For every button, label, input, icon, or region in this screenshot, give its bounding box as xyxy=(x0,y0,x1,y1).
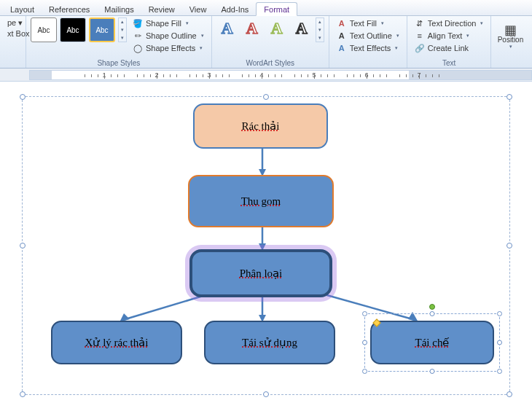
resize-handle-s[interactable] xyxy=(263,391,269,397)
group-partial-left: pe ▾ xt Box xyxy=(0,16,26,68)
tab-review[interactable]: Review xyxy=(141,3,182,15)
text-direction-icon: ⇵ xyxy=(415,18,425,28)
resize-handle-se[interactable] xyxy=(506,391,512,397)
chevron-down-icon: ▾ xyxy=(509,44,512,50)
ruler-area: 1234567 xyxy=(0,69,532,82)
shape-handle-ne[interactable] xyxy=(497,311,502,316)
position-button[interactable]: ▦Position▾ xyxy=(496,17,525,57)
shape-handle-sw[interactable] xyxy=(362,369,367,374)
position-label: Position xyxy=(498,36,524,44)
node-2-text: Thu gom xyxy=(241,195,281,208)
resize-handle-nw[interactable] xyxy=(20,94,26,100)
wordart-title: WordArt Styles xyxy=(216,58,324,68)
shape-styles-title: Shape Styles xyxy=(31,58,207,68)
chevron-down-icon: ▾ xyxy=(395,45,398,51)
group-arrange: ▦Position▾ ▤Wrap Text▾ xyxy=(491,16,532,68)
align-text-label: Align Text xyxy=(428,31,463,40)
text-effects-icon: A xyxy=(337,43,347,53)
flowchart-node-5[interactable]: Tái sử dụng xyxy=(204,321,335,364)
shape-handle-e[interactable] xyxy=(497,340,502,345)
flowchart-node-4[interactable]: Xử lý rác thải xyxy=(51,321,182,364)
text-fill-icon: A xyxy=(337,18,347,28)
text-fill-button[interactable]: AText Fill▾ xyxy=(334,17,402,29)
shape-styles-gallery-more[interactable]: ▴▾▾ xyxy=(118,17,127,42)
bucket-icon: 🪣 xyxy=(133,18,143,28)
shape-outline-button[interactable]: ✏Shape Outline▾ xyxy=(130,30,207,42)
shape-handle-s[interactable] xyxy=(430,369,435,374)
shape-handle-nw[interactable] xyxy=(362,311,367,316)
shape-style-preset-2[interactable]: Abc xyxy=(60,17,86,42)
resize-handle-e[interactable] xyxy=(506,243,512,249)
shape-style-preset-1[interactable]: Abc xyxy=(31,17,57,42)
shape-style-preset-3[interactable]: Abc xyxy=(89,17,115,42)
tab-view[interactable]: View xyxy=(182,3,214,15)
shape-type-button[interactable]: pe ▾ xyxy=(4,17,26,28)
shape-effects-button[interactable]: ◯Shape Effects▾ xyxy=(130,42,207,54)
pen-icon: ✏ xyxy=(133,31,143,41)
wordart-preset-2[interactable]: A xyxy=(241,17,263,39)
flowchart-node-1[interactable]: Rác thải xyxy=(193,103,328,149)
node-3-text: Phân loại xyxy=(240,267,283,280)
align-text-icon: ≡ xyxy=(415,31,425,41)
connector-arrow-4[interactable] xyxy=(259,297,266,322)
text-fill-label: Text Fill xyxy=(350,19,377,28)
tab-format[interactable]: Format xyxy=(256,2,297,16)
node-1-text: Rác thải xyxy=(242,120,280,133)
chevron-down-icon: ▾ xyxy=(396,33,399,39)
tab-addins[interactable]: Add-Ins xyxy=(214,3,256,15)
arrange-spacer xyxy=(496,66,532,68)
tab-layout[interactable]: Layout xyxy=(3,3,42,15)
wrap-text-button[interactable]: ▤Wrap Text▾ xyxy=(528,17,532,57)
text-effects-group-spacer xyxy=(334,66,402,68)
horizontal-ruler[interactable]: 1234567 xyxy=(29,70,532,80)
node-5-text: Tái sử dụng xyxy=(242,336,297,349)
shape-outline-label: Shape Outline xyxy=(146,31,197,40)
shape-handle-se[interactable] xyxy=(497,369,502,374)
resize-handle-n[interactable] xyxy=(263,94,269,100)
shape-selection-box xyxy=(364,313,500,372)
rotate-handle[interactable] xyxy=(429,304,435,310)
wordart-preset-1[interactable]: A xyxy=(216,17,238,39)
chevron-down-icon: ▾ xyxy=(186,20,189,26)
svg-line-4 xyxy=(125,294,208,319)
create-link-button[interactable]: 🔗Create Link xyxy=(412,42,487,54)
resize-handle-w[interactable] xyxy=(20,243,26,249)
tab-mailings[interactable]: Mailings xyxy=(97,3,141,15)
position-icon: ▦ xyxy=(505,26,515,36)
connector-arrow-1[interactable] xyxy=(259,149,266,176)
chevron-down-icon: ▾ xyxy=(201,33,204,39)
text-outline-button[interactable]: AText Outline▾ xyxy=(334,30,402,42)
align-text-button[interactable]: ≡Align Text▾ xyxy=(412,30,487,42)
text-direction-button[interactable]: ⇵Text Direction▾ xyxy=(412,17,487,29)
adjust-handle[interactable] xyxy=(372,318,380,326)
text-direction-label: Text Direction xyxy=(428,19,477,28)
chevron-down-icon: ▾ xyxy=(200,45,203,51)
group-text-effects: AText Fill▾ AText Outline▾ AText Effects… xyxy=(329,16,407,68)
document-canvas[interactable]: Rác thải Thu gom Phân loại Xử lý rác thả… xyxy=(0,82,532,403)
shape-handle-n[interactable] xyxy=(430,311,435,316)
tab-references[interactable]: References xyxy=(42,3,97,15)
flowchart-node-2[interactable]: Thu gom xyxy=(188,175,334,227)
connector-arrow-2[interactable] xyxy=(259,227,266,251)
shape-fill-button[interactable]: 🪣Shape Fill▾ xyxy=(130,17,207,29)
effects-icon: ◯ xyxy=(133,43,143,53)
resize-handle-sw[interactable] xyxy=(20,391,26,397)
wordart-preset-3[interactable]: A xyxy=(266,17,288,39)
shape-effects-label: Shape Effects xyxy=(146,44,195,52)
text-effects-button[interactable]: AText Effects▾ xyxy=(334,42,402,54)
resize-handle-ne[interactable] xyxy=(506,94,512,100)
chevron-down-icon: ▾ xyxy=(381,20,384,26)
group-shape-styles: Abc Abc Abc ▴▾▾ 🪣Shape Fill▾ ✏Shape Outl… xyxy=(26,16,212,68)
text-group-title: Text xyxy=(412,58,487,68)
ribbon-body: pe ▾ xt Box Abc Abc Abc ▴▾▾ 🪣Shape Fill▾… xyxy=(0,16,532,69)
link-icon: 🔗 xyxy=(415,43,425,53)
flowchart-node-3[interactable]: Phân loại xyxy=(189,249,332,297)
shape-handle-w[interactable] xyxy=(362,340,367,345)
chevron-down-icon: ▾ xyxy=(466,33,469,39)
group-wordart-styles: A A A A ▴▾▾ WordArt Styles xyxy=(212,16,329,68)
create-link-label: Create Link xyxy=(428,44,469,52)
wordart-preset-4[interactable]: A xyxy=(291,17,313,39)
ribbon-tabs: Layout References Mailings Review View A… xyxy=(0,0,532,16)
wordart-gallery-more[interactable]: ▴▾▾ xyxy=(316,17,324,42)
shape-fill-label: Shape Fill xyxy=(146,19,181,28)
